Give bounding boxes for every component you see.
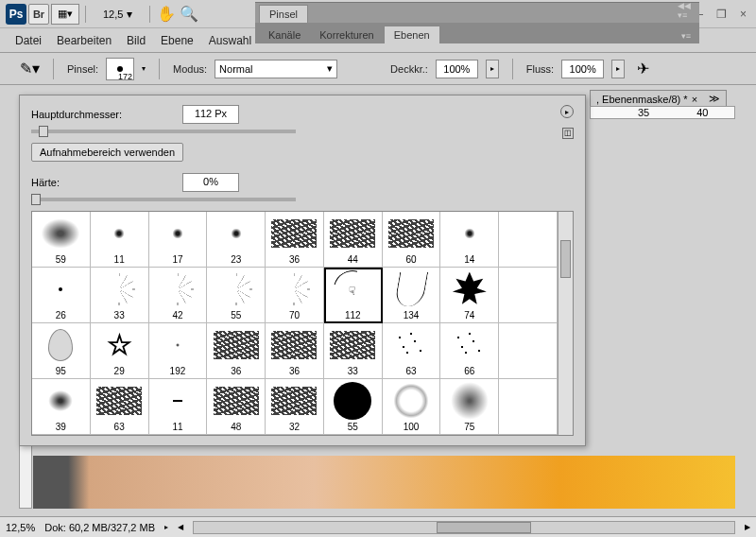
brush-preset-cell[interactable]: 48 — [207, 379, 266, 435]
brush-preset-cell[interactable]: 42 — [149, 268, 208, 323]
zoom-display[interactable]: 12,5 ▾ — [92, 8, 144, 21]
brush-preset-size-label: 55 — [231, 310, 241, 320]
brush-preset-cell[interactable]: 33 — [91, 268, 149, 323]
panel-menu-icon[interactable]: ◀◀▾≡ — [675, 0, 694, 23]
opacity-input[interactable]: 100% — [436, 60, 478, 78]
brush-preset-cell[interactable]: 11 — [149, 379, 208, 435]
canvas[interactable] — [33, 456, 735, 509]
brush-preset-size-label: 36 — [231, 366, 241, 376]
opacity-flyout-icon[interactable]: ▸ — [486, 60, 499, 78]
brush-preset-size-label: 59 — [56, 254, 66, 265]
flow-input[interactable]: 100% — [561, 60, 604, 78]
brush-preset-cell[interactable]: 17 — [149, 212, 208, 268]
divider — [53, 59, 54, 79]
status-zoom[interactable]: 12,5% — [6, 522, 35, 533]
brush-preset-cell[interactable]: 112☟ — [324, 268, 383, 323]
brush-preset-cell[interactable]: 70 — [266, 268, 324, 323]
brush-preset-cell[interactable]: 66 — [440, 323, 499, 379]
brush-preset-cell[interactable]: ☆29 — [91, 323, 149, 379]
brush-preset-size-label: 192 — [170, 366, 186, 376]
flow-flyout-icon[interactable]: ▸ — [611, 60, 625, 78]
brush-tool-icon[interactable]: ✎▾ — [19, 59, 40, 79]
brush-preset-cell[interactable]: 55 — [207, 268, 266, 323]
brush-preset-cell[interactable]: 14 — [440, 212, 499, 268]
airbrush-icon[interactable]: ✈ — [632, 59, 653, 79]
master-diameter-input[interactable]: 112 Px — [182, 105, 239, 124]
hand-tool-icon[interactable]: ✋ — [156, 4, 177, 25]
brush-preset-cell[interactable] — [499, 379, 558, 435]
brush-preset-cell[interactable]: 44 — [324, 212, 383, 268]
brush-preset-popup: ▸ ◫ Hauptdurchmesser: 112 Px Aufnahmeber… — [19, 95, 586, 446]
popup-flyout-icon[interactable]: ▸ — [560, 105, 574, 118]
brush-preset-picker[interactable]: 172 — [106, 58, 134, 80]
status-bar: 12,5% Dok: 60,2 MB/327,2 MB ▸ ◀ ▶ — [0, 516, 756, 537]
brush-preset-cell[interactable]: 100 — [383, 379, 441, 435]
brush-preset-cell[interactable]: 75 — [440, 379, 499, 435]
menu-bearbeiten[interactable]: Bearbeiten — [57, 34, 112, 47]
brush-preset-size-label: 60 — [405, 254, 416, 265]
tab-pinsel[interactable]: Pinsel — [259, 5, 308, 23]
brush-preset-size-label: 23 — [231, 254, 241, 265]
mode-select[interactable]: Normal▾ — [215, 60, 337, 78]
photoshop-icon[interactable]: Ps — [6, 4, 26, 25]
brush-preset-cell[interactable]: 60 — [383, 212, 441, 268]
panel-flyout-icon[interactable]: ▾≡ — [679, 28, 694, 43]
brush-preset-cell[interactable]: 55 — [324, 379, 383, 435]
hardness-input[interactable]: 0% — [182, 173, 239, 192]
brush-preset-cell[interactable]: 63 — [383, 323, 441, 379]
brush-preset-cell[interactable]: 11 — [91, 212, 149, 268]
master-diameter-slider[interactable] — [31, 130, 296, 133]
zoom-tool-icon[interactable]: 🔍 — [179, 4, 199, 25]
horizontal-scrollbar[interactable] — [193, 521, 735, 534]
brush-preset-cell[interactable]: 36 — [266, 323, 324, 379]
status-flyout-icon[interactable]: ▸ — [164, 523, 168, 531]
brush-preset-size-label: 44 — [348, 254, 358, 265]
restore-button[interactable]: ❐ — [716, 8, 727, 21]
brush-preset-grid: 59111723364460142633425570112☟1347495☆29… — [32, 212, 558, 435]
brush-preset-cell[interactable]: 134 — [383, 268, 441, 323]
dropdown-icon[interactable]: ▾ — [142, 64, 146, 73]
scroll-left-icon[interactable]: ◀ — [178, 523, 183, 531]
doc-close-icon[interactable]: × — [692, 94, 697, 105]
brush-preset-size-label: 11 — [114, 254, 125, 265]
brush-preset-cell[interactable]: 192 — [149, 323, 208, 379]
brush-preset-cell[interactable]: 23 — [207, 212, 266, 268]
menu-datei[interactable]: Datei — [15, 34, 42, 47]
brush-preset-cell[interactable]: 74 — [440, 268, 499, 323]
bridge-icon[interactable]: Br — [28, 4, 49, 25]
menu-auswahl[interactable]: Auswahl — [209, 34, 251, 47]
brush-preset-cell[interactable]: 36 — [266, 212, 324, 268]
mode-label: Modus: — [173, 63, 207, 75]
brush-picker-label: Pinsel: — [67, 63, 98, 75]
brush-preset-cell[interactable] — [499, 323, 558, 379]
brush-preset-cell[interactable]: 26 — [32, 268, 91, 323]
tab-ebenen[interactable]: Ebenen — [384, 26, 440, 43]
brush-preset-size-label: 17 — [172, 254, 182, 265]
brush-preset-cell[interactable] — [499, 212, 558, 268]
brush-preset-cell[interactable]: 59 — [32, 212, 91, 268]
menu-bild[interactable]: Bild — [127, 34, 146, 47]
scroll-right-icon[interactable]: ▶ — [745, 523, 750, 531]
divider — [149, 6, 150, 23]
brush-preset-cell[interactable]: 32 — [266, 379, 324, 435]
brush-grid-scrollbar[interactable] — [558, 212, 573, 435]
tab-korrekturen[interactable]: Korrekturen — [310, 26, 383, 43]
brush-preset-cell[interactable]: 95 — [32, 323, 91, 379]
brush-preset-cell[interactable]: 63 — [91, 379, 149, 435]
hardness-slider[interactable] — [31, 198, 296, 201]
brush-preset-cell[interactable] — [499, 268, 558, 323]
tab-kanale[interactable]: Kanäle — [259, 26, 310, 43]
status-doc-size[interactable]: Dok: 60,2 MB/327,2 MB — [44, 522, 155, 533]
brush-preset-size-label: 26 — [56, 310, 66, 320]
opacity-label: Deckkr.: — [390, 63, 428, 75]
filmstrip-icon[interactable]: ▦▾ — [51, 4, 79, 25]
new-preset-icon[interactable]: ◫ — [562, 128, 574, 139]
close-button[interactable]: × — [740, 8, 747, 21]
brush-preset-size-label: 48 — [231, 422, 241, 432]
cursor-icon: ☟ — [349, 285, 355, 298]
brush-preset-cell[interactable]: 33 — [324, 323, 383, 379]
brush-preset-cell[interactable]: 39 — [32, 379, 91, 435]
use-sample-size-button[interactable]: Aufnahmebereich verwenden — [31, 143, 183, 162]
menu-ebene[interactable]: Ebene — [161, 34, 194, 47]
brush-preset-cell[interactable]: 36 — [207, 323, 266, 379]
